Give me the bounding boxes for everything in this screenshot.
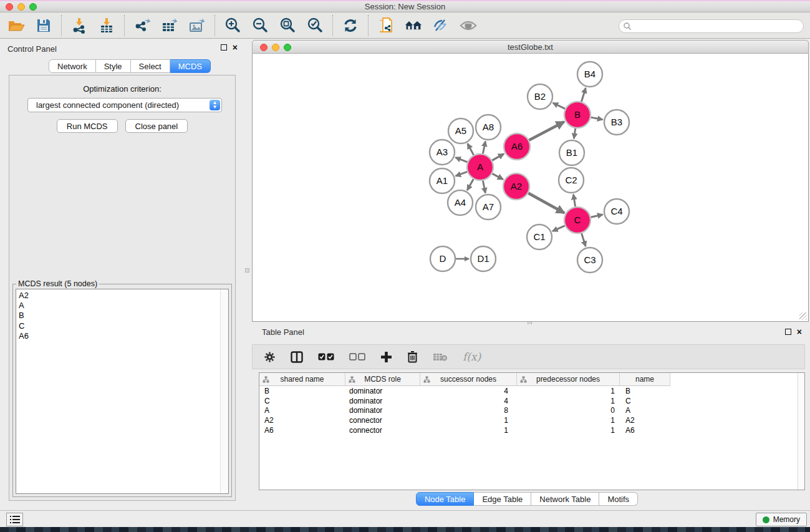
refresh-icon[interactable]	[342, 17, 359, 34]
graph-edge-B-B1[interactable]	[574, 128, 575, 138]
table-cell[interactable]: 0	[517, 406, 620, 415]
zoom-selected-icon[interactable]	[306, 17, 324, 34]
split-columns-icon[interactable]	[291, 351, 303, 363]
column-header-predecessor-nodes[interactable]: predecessor nodes	[517, 373, 620, 386]
table-cell[interactable]: dominator	[345, 406, 420, 415]
mcds-result-item[interactable]: A6	[19, 331, 228, 341]
export-image-icon[interactable]	[188, 17, 206, 34]
graph-edge-C-C4[interactable]	[591, 215, 602, 217]
search-input[interactable]	[632, 21, 803, 32]
mcds-result-item[interactable]: A2	[19, 291, 228, 301]
graph-edge-A6-B[interactable]	[529, 122, 564, 140]
graph-edge-C-C1[interactable]	[552, 226, 565, 231]
graph-edge-A-A7[interactable]	[483, 181, 485, 193]
table-close-panel-icon[interactable]: ×	[797, 329, 802, 335]
table-cell[interactable]: dominator	[345, 397, 420, 405]
table-cell[interactable]: 1	[420, 426, 517, 435]
graph-node-B[interactable]: B	[564, 102, 591, 128]
table-cell[interactable]: dominator	[345, 387, 420, 395]
graph-edge-A-A8[interactable]	[483, 142, 485, 154]
memory-button[interactable]: Memory	[756, 513, 807, 526]
table-cell[interactable]: C	[620, 397, 670, 405]
gear-icon[interactable]	[264, 351, 276, 363]
table-row[interactable]: Cdominator41C	[259, 396, 804, 406]
result-scrollbar[interactable]	[220, 289, 228, 493]
zoom-fit-icon[interactable]	[279, 17, 296, 34]
tab-mcds[interactable]: MCDS	[170, 59, 211, 73]
network-file-icon[interactable]	[377, 17, 395, 34]
graph-edge-A-A4[interactable]	[467, 179, 473, 190]
table-cell[interactable]: 1	[517, 416, 620, 425]
table-cell[interactable]: A2	[259, 416, 345, 425]
node-table[interactable]: shared nameMCDS rolesuccessor nodesprede…	[259, 372, 805, 490]
network-canvas[interactable]: B4B2BB3A5A8A6B1A3AC2A1A2A4A7C4CC1DD1C3	[252, 54, 809, 322]
tab-network-table[interactable]: Network Table	[531, 492, 599, 506]
close-panel-button[interactable]: Close panel	[125, 119, 188, 133]
splitter-handle[interactable]	[245, 268, 249, 273]
graph-edge-A-A6[interactable]	[492, 154, 504, 161]
network-graph[interactable]: B4B2BB3A5A8A6B1A3AC2A1A2A4A7C4CC1DD1C3	[253, 54, 808, 321]
mcds-result-item[interactable]: B	[19, 311, 228, 321]
task-history-button[interactable]	[6, 513, 23, 526]
graph-edge-A-A1[interactable]	[456, 172, 468, 176]
table-scrollbar[interactable]	[798, 373, 804, 490]
table-cell[interactable]: 1	[517, 387, 620, 395]
graph-node-D1[interactable]: D1	[471, 246, 496, 271]
table-cell[interactable]: connector	[345, 416, 420, 425]
table-float-panel-icon[interactable]	[785, 329, 791, 335]
import-table-icon[interactable]	[98, 17, 115, 34]
resize-grip-icon[interactable]	[799, 312, 807, 320]
mcds-result-item[interactable]: C	[19, 321, 228, 331]
add-column-icon[interactable]	[380, 351, 392, 363]
graph-node-B1[interactable]: B1	[559, 140, 584, 165]
graph-node-C2[interactable]: C2	[559, 168, 584, 193]
graph-node-A5[interactable]: A5	[448, 118, 473, 143]
tab-edge-table[interactable]: Edge Table	[474, 492, 531, 506]
table-cell[interactable]: 4	[420, 397, 517, 405]
graph-edge-A-A2[interactable]	[492, 173, 503, 179]
float-panel-icon[interactable]	[221, 44, 227, 51]
graph-node-B2[interactable]: B2	[528, 84, 552, 109]
graph-node-C1[interactable]: C1	[527, 225, 552, 249]
graph-edge-C-C2[interactable]	[574, 195, 576, 207]
table-cell[interactable]: C	[259, 397, 345, 405]
graph-node-A7[interactable]: A7	[476, 195, 501, 220]
table-cell[interactable]: 1	[517, 397, 620, 405]
graph-node-D[interactable]: D	[430, 246, 455, 271]
export-network-icon[interactable]	[133, 17, 151, 34]
graph-node-A[interactable]: A	[467, 154, 493, 180]
graph-node-B3[interactable]: B3	[604, 110, 629, 135]
graph-edge-B-B4[interactable]	[581, 88, 586, 102]
graph-node-A8[interactable]: A8	[476, 115, 501, 140]
table-cell[interactable]: A2	[620, 416, 670, 425]
table-cell[interactable]: B	[620, 387, 670, 395]
table-cell[interactable]: A6	[259, 426, 345, 435]
column-header-shared-name[interactable]: shared name	[259, 373, 345, 386]
table-cell[interactable]: 8	[420, 406, 517, 415]
open-session-icon[interactable]	[7, 17, 25, 34]
graph-edge-A-A5[interactable]	[468, 143, 474, 155]
graph-node-C4[interactable]: C4	[604, 199, 629, 224]
zoom-in-icon[interactable]	[224, 17, 241, 34]
home-icon[interactable]	[405, 17, 422, 34]
table-cell[interactable]: A	[259, 406, 345, 415]
table-cell[interactable]: 1	[517, 426, 620, 435]
network-window-titlebar[interactable]: testGlobe.txt	[252, 40, 809, 54]
graph-edge-B-B2[interactable]	[553, 103, 565, 109]
table-row[interactable]: A6connector11A6	[259, 425, 804, 435]
mcds-result-item[interactable]: A	[19, 301, 228, 311]
graph-node-C[interactable]: C	[564, 207, 591, 233]
trash-icon[interactable]	[407, 351, 418, 363]
run-mcds-button[interactable]: Run MCDS	[57, 119, 118, 133]
graph-node-A4[interactable]: A4	[448, 190, 473, 215]
tab-motifs[interactable]: Motifs	[599, 492, 638, 506]
zoom-out-icon[interactable]	[251, 17, 269, 34]
column-header-successor-nodes[interactable]: successor nodes	[420, 373, 517, 386]
table-row[interactable]: A2connector11A2	[259, 415, 804, 425]
graph-node-A6[interactable]: A6	[504, 133, 530, 160]
graph-node-C3[interactable]: C3	[577, 248, 602, 273]
column-header-MCDS-role[interactable]: MCDS role	[345, 373, 420, 386]
table-cell[interactable]: A	[620, 406, 670, 415]
mcds-result-list[interactable]: A2ABCA6	[16, 289, 229, 494]
graph-edge-A-A3[interactable]	[455, 157, 467, 162]
